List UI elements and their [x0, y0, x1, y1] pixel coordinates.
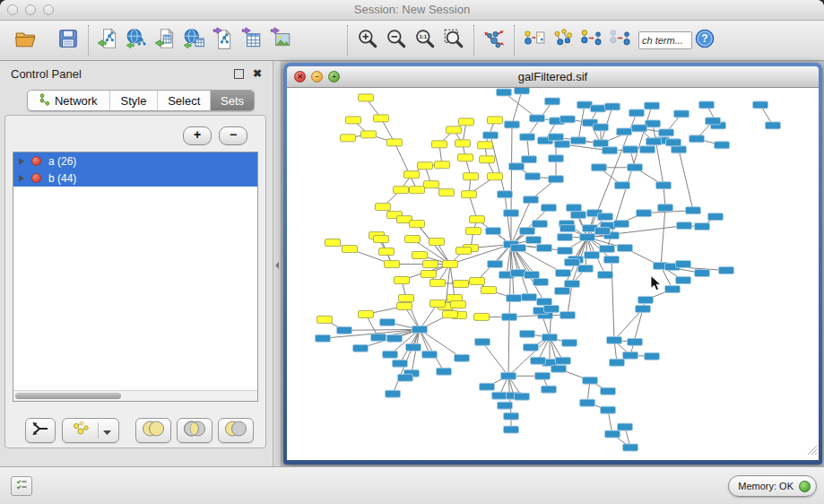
graph-node-yellow[interactable]: [346, 117, 361, 124]
graph-node-blue[interactable]: [623, 444, 638, 451]
graph-node-blue[interactable]: [677, 222, 692, 230]
zoom-out-button[interactable]: [382, 23, 411, 57]
graph-node-blue[interactable]: [628, 164, 643, 171]
help-button[interactable]: ?: [692, 23, 717, 57]
graph-node-blue[interactable]: [628, 338, 643, 345]
graph-node-blue[interactable]: [715, 142, 730, 149]
graph-node-blue[interactable]: [605, 103, 620, 110]
frame-close-icon[interactable]: ✕: [294, 71, 306, 83]
graph-node-blue[interactable]: [483, 132, 499, 139]
graph-node-blue[interactable]: [558, 234, 573, 241]
graph-node-yellow[interactable]: [387, 139, 403, 146]
graph-node-yellow[interactable]: [361, 131, 377, 138]
graph-node-blue[interactable]: [520, 134, 535, 141]
diff-copy-to-set-button[interactable]: [520, 23, 549, 57]
float-panel-icon[interactable]: [234, 69, 244, 79]
graph-node-yellow[interactable]: [455, 140, 471, 147]
graph-node-blue[interactable]: [524, 196, 539, 204]
graph-node-blue[interactable]: [565, 280, 580, 287]
graph-node-blue[interactable]: [492, 392, 507, 399]
graph-node-blue[interactable]: [522, 293, 537, 300]
graph-node-yellow[interactable]: [379, 248, 395, 256]
graph-node-blue[interactable]: [542, 334, 558, 341]
graph-node-yellow[interactable]: [466, 228, 481, 235]
graph-node-blue[interactable]: [591, 105, 606, 112]
graph-node-blue[interactable]: [386, 390, 401, 397]
graph-node-blue[interactable]: [542, 204, 557, 212]
memory-status-button[interactable]: Memory: OK: [728, 475, 817, 497]
graph-node-yellow[interactable]: [458, 154, 473, 161]
graph-node-blue[interactable]: [583, 377, 598, 384]
graph-node-blue[interactable]: [393, 360, 408, 367]
graph-node-blue[interactable]: [646, 138, 662, 145]
graph-node-blue[interactable]: [658, 204, 673, 212]
graph-node-blue[interactable]: [549, 176, 564, 183]
graph-node-yellow[interactable]: [374, 236, 389, 243]
graph-node-yellow[interactable]: [424, 181, 439, 188]
graph-node-blue[interactable]: [594, 124, 609, 131]
graph-node-yellow[interactable]: [432, 141, 447, 148]
graph-node-blue[interactable]: [511, 245, 526, 252]
diff-extract-set-button[interactable]: [577, 23, 606, 57]
graph-node-yellow[interactable]: [397, 302, 412, 309]
graph-node-yellow[interactable]: [480, 156, 495, 163]
graph-node-blue[interactable]: [504, 426, 519, 433]
graph-node-blue[interactable]: [666, 139, 681, 146]
graph-node-yellow[interactable]: [439, 189, 455, 196]
export-network-button[interactable]: [209, 23, 238, 57]
tab-network[interactable]: Network: [28, 91, 110, 110]
panel-splitter[interactable]: [273, 61, 282, 466]
graph-node-blue[interactable]: [672, 146, 687, 153]
graph-node-blue[interactable]: [555, 141, 570, 148]
graph-node-blue[interactable]: [560, 311, 576, 318]
graph-node-blue[interactable]: [699, 101, 715, 109]
graph-node-blue[interactable]: [604, 256, 620, 264]
graph-node-blue[interactable]: [412, 326, 428, 333]
graph-node-blue[interactable]: [422, 351, 438, 358]
graph-node-blue[interactable]: [498, 402, 513, 409]
graph-node-blue[interactable]: [480, 383, 495, 390]
graph-node-yellow[interactable]: [488, 173, 503, 180]
graph-node-blue[interactable]: [498, 191, 513, 198]
graph-node-yellow[interactable]: [325, 239, 341, 247]
graph-node-blue[interactable]: [646, 120, 661, 127]
tab-sets[interactable]: Sets: [211, 91, 254, 110]
graph-node-yellow[interactable]: [430, 279, 446, 286]
graph-node-blue[interactable]: [766, 122, 781, 129]
graph-node-yellow[interactable]: [421, 271, 437, 278]
graph-node-yellow[interactable]: [395, 276, 410, 283]
graph-node-blue[interactable]: [505, 121, 520, 128]
graph-node-blue[interactable]: [695, 223, 710, 230]
import-network-file-button[interactable]: [94, 23, 123, 57]
set-row-b[interactable]: b (44): [13, 169, 257, 187]
graph-node-yellow[interactable]: [447, 126, 462, 134]
graph-node-blue[interactable]: [524, 343, 539, 351]
graph-node-blue[interactable]: [380, 318, 395, 326]
graph-node-blue[interactable]: [502, 313, 517, 320]
graph-node-blue[interactable]: [617, 128, 632, 135]
graph-node-blue[interactable]: [537, 298, 552, 305]
graph-node-yellow[interactable]: [462, 191, 477, 198]
graph-node-yellow[interactable]: [454, 280, 469, 287]
graph-node-yellow[interactable]: [385, 261, 400, 268]
graph-node-blue[interactable]: [525, 272, 540, 279]
import-network-url-button[interactable]: [123, 23, 152, 57]
graph-node-yellow[interactable]: [418, 162, 433, 169]
zoom-fit-selected-button[interactable]: [439, 23, 468, 57]
graph-node-blue[interactable]: [533, 278, 549, 285]
graph-node-blue[interactable]: [600, 246, 615, 253]
graph-node-blue[interactable]: [719, 267, 734, 274]
graph-node-blue[interactable]: [511, 270, 526, 277]
disclosure-triangle-icon[interactable]: [19, 158, 24, 165]
graph-node-yellow[interactable]: [359, 310, 374, 317]
graph-node-blue[interactable]: [592, 164, 607, 171]
graph-node-blue[interactable]: [533, 221, 548, 228]
graph-node-yellow[interactable]: [374, 115, 389, 122]
graph-node-yellow[interactable]: [456, 248, 472, 255]
close-panel-icon[interactable]: ✖: [253, 68, 262, 79]
graph-node-blue[interactable]: [594, 140, 609, 147]
graph-node-blue[interactable]: [615, 182, 630, 189]
graph-node-blue[interactable]: [603, 147, 618, 154]
graph-node-blue[interactable]: [595, 228, 611, 235]
network-frame-titlebar[interactable]: ✕ − + galFiltered.sif: [287, 66, 819, 88]
